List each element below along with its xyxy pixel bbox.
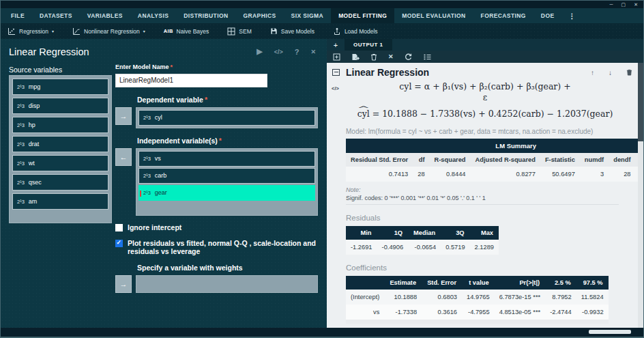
scrollbar-thumb[interactable] <box>638 63 643 141</box>
source-variables-label: Source variables <box>9 66 62 74</box>
save-models-button[interactable]: Save Models <box>270 27 314 35</box>
cell: -2.4744 <box>545 305 576 320</box>
menu-item-datasets[interactable]: DATASETS <box>32 8 80 23</box>
run-icon[interactable]: ▶ <box>257 47 262 56</box>
export-output-icon[interactable] <box>351 53 360 61</box>
residuals-section-title: Residuals <box>346 214 643 222</box>
move-to-weights-button[interactable]: → <box>115 275 132 293</box>
menu-item-doe[interactable]: DOE <box>533 8 562 23</box>
move-up-icon[interactable]: ↑ <box>591 69 594 76</box>
variable-item-wt[interactable]: 2¹3 wt <box>12 155 108 171</box>
code-icon[interactable]: </> <box>274 48 283 55</box>
output-tabbar: + OUTPUT 1 <box>327 39 643 51</box>
col-header: Pr(>|t|) <box>495 276 545 290</box>
menu-item-file[interactable]: FILE <box>3 8 32 23</box>
table-row: 0.7413 28 0.8444 0.8277 50.6497 3 28 1.9… <box>346 167 643 182</box>
move-down-icon[interactable]: ↓ <box>609 69 612 76</box>
naive-bayes-button[interactable]: AIB Naive Bayes <box>164 28 209 35</box>
vertical-scrollbar[interactable] <box>638 63 643 328</box>
collapse-section-icon[interactable] <box>332 69 340 76</box>
model-name-input[interactable] <box>115 74 267 87</box>
table-row: vs -1.7338 0.3616 -4.7955 4.8513e-05 ***… <box>346 305 609 320</box>
independent-label-text: Independent variable(s) <box>137 137 218 145</box>
trash-icon[interactable] <box>370 53 377 61</box>
col-header: 1Q <box>377 226 409 240</box>
code-icon[interactable]: </> <box>332 85 339 91</box>
maximize-icon[interactable]: ▢ <box>621 2 626 7</box>
menu-item-model-fitting[interactable]: MODEL FITTING <box>331 8 394 23</box>
bottom-scrollbar[interactable] <box>1 328 643 337</box>
variable-item-mpg[interactable]: 2¹3 mpg <box>12 79 108 95</box>
horizontal-scrollbar-thumb[interactable] <box>589 330 631 334</box>
list-icon[interactable] <box>423 53 431 61</box>
menu-item-model-evaluation[interactable]: MODEL EVALUATION <box>394 8 473 23</box>
lm-summary-table: LM Summary Residual Std. Error df R-squa… <box>346 139 643 182</box>
help-icon[interactable]: ? <box>295 48 299 56</box>
table-row: (Intercept) 10.1888 0.6803 14.9765 6.787… <box>346 290 609 305</box>
tab-output-1[interactable]: OUTPUT 1 <box>345 39 392 51</box>
variable-item-qsec[interactable]: 2¹3 qsec <box>12 174 108 191</box>
variable-item-am[interactable]: 2¹3 am <box>12 193 108 210</box>
cell: 14.9765 <box>462 290 495 305</box>
menu-item-analysis[interactable]: ANALYSIS <box>130 8 176 23</box>
regression-button[interactable]: Regression ▾ <box>8 27 54 36</box>
cell: -0.0654 <box>408 240 441 255</box>
move-to-dependent-button[interactable]: → <box>115 107 132 125</box>
variable-item-disp[interactable]: 2¹3 disp <box>12 98 108 114</box>
close-output-icon[interactable]: ✕ <box>388 53 394 60</box>
add-tab-button[interactable]: + <box>327 39 345 51</box>
load-models-label: Load Models <box>345 28 378 35</box>
weights-slot[interactable] <box>136 275 318 293</box>
numeric-variable-icon: 2¹3 <box>17 103 25 109</box>
cell: -1.2691 <box>346 240 377 255</box>
weights-label: Specify a variable with weights <box>137 264 318 272</box>
independent-variables-slot: 2¹3 vs 2¹3 carb 2¹3 gear <box>136 148 318 216</box>
table-header-row: Min 1Q Median 3Q Max <box>346 226 499 240</box>
cell: 28 <box>413 167 429 182</box>
ignore-intercept-row: Ignore intercept <box>115 223 318 231</box>
model-name-label-text: Enter Model Name <box>115 64 169 70</box>
variable-item-cyl[interactable]: 2¹3 cyl <box>138 110 315 126</box>
delete-section-icon[interactable] <box>626 69 632 76</box>
cell: 6.7873e-15 *** <box>495 290 545 305</box>
col-header: dendf <box>609 153 635 167</box>
menu-item-distribution[interactable]: DISTRIBUTION <box>176 8 235 23</box>
load-models-button[interactable]: Load Models <box>333 27 378 36</box>
minimize-icon[interactable]: ─ <box>610 2 613 7</box>
plot-residuals-checkbox[interactable] <box>115 240 123 247</box>
variable-item-gear[interactable]: 2¹3 gear <box>138 185 315 201</box>
cell: 0.3616 <box>422 305 462 320</box>
variable-item-drat[interactable]: 2¹3 drat <box>12 136 108 152</box>
menu-overflow-icon[interactable]: ⋮ <box>561 8 582 23</box>
cell: 50.6497 <box>540 167 580 182</box>
nonlinear-regression-button[interactable]: Nonlinear Regression ▾ <box>72 27 145 36</box>
ribbon-toolbar: Regression ▾ Nonlinear Regression ▾ AIB … <box>1 23 643 39</box>
refresh-icon[interactable] <box>405 53 412 61</box>
close-dialog-icon[interactable]: ✕ <box>310 48 316 55</box>
cell: 0.5719 <box>441 240 469 255</box>
menu-item-graphics[interactable]: GRAPHICS <box>236 8 284 23</box>
variable-item-vs[interactable]: 2¹3 vs <box>138 151 315 167</box>
variable-item-carb[interactable]: 2¹3 carb <box>138 168 315 184</box>
variable-label: vs <box>155 155 161 162</box>
numeric-variable-icon: 2¹3 <box>143 115 151 121</box>
col-header: Median <box>408 226 441 240</box>
model-call-text: Model: lm(formula = cyl ~ vs + carb + ge… <box>346 128 643 135</box>
col-header: 3Q <box>441 226 469 240</box>
save-models-label: Save Models <box>281 28 314 35</box>
selection-mark <box>140 191 141 197</box>
menu-item-variables[interactable]: VARIABLES <box>80 8 130 23</box>
naive-bayes-label: Naive Bayes <box>177 28 209 35</box>
sem-button[interactable]: SEM <box>227 27 251 36</box>
close-icon[interactable]: ✕ <box>634 2 638 7</box>
move-from-independent-button[interactable]: ← <box>115 148 132 166</box>
sem-label: SEM <box>239 28 251 35</box>
menu-item-forecasting[interactable]: FORECASTING <box>473 8 533 23</box>
new-window-icon[interactable] <box>333 53 340 61</box>
ignore-intercept-checkbox[interactable] <box>115 224 123 231</box>
aib-icon: AIB <box>164 28 173 34</box>
cell: 0.6803 <box>422 290 462 305</box>
variable-item-hp[interactable]: 2¹3 hp <box>12 117 108 133</box>
menu-item-six-sigma[interactable]: SIX SIGMA <box>284 8 332 23</box>
col-header: 97.5 % <box>576 276 609 290</box>
